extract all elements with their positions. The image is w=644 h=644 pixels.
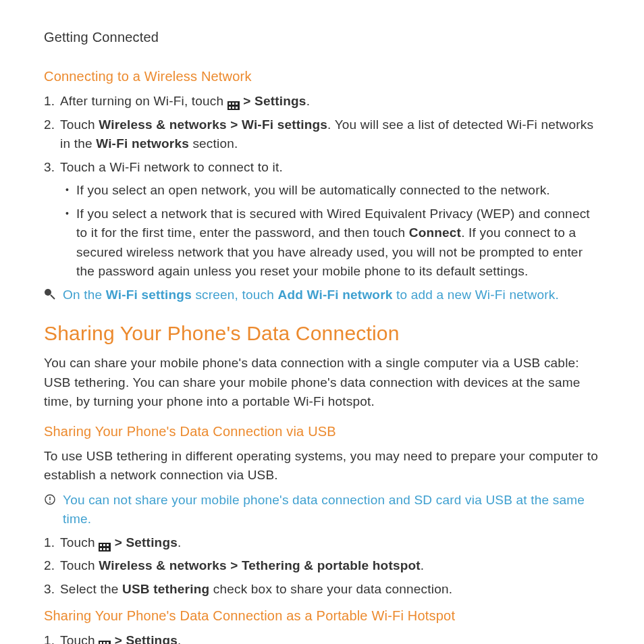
text: screen, touch — [192, 288, 278, 302]
list-item: Touch Wireless & networks > Wi-Fi settin… — [44, 115, 600, 154]
section-sharing-hotspot: Sharing Your Phone's Data Connection as … — [44, 606, 600, 626]
menu-icon — [99, 538, 111, 547]
text: . — [421, 558, 424, 572]
paragraph: To use USB tethering in different operat… — [44, 447, 600, 485]
text: Touch — [60, 117, 99, 132]
menu-icon — [99, 636, 111, 644]
text: to add a new Wi-Fi network. — [393, 288, 559, 302]
svg-rect-17 — [103, 548, 105, 550]
list-item: If you select an open network, you will … — [60, 181, 600, 200]
svg-rect-14 — [103, 544, 105, 546]
list-item: If you select a network that is secured … — [60, 205, 600, 281]
section-sharing-usb: Sharing Your Phone's Data Connection via… — [44, 421, 600, 441]
tip-icon — [44, 287, 56, 299]
text: Touch — [60, 633, 99, 644]
list-item: Touch Wireless & networks > Tethering & … — [44, 556, 600, 576]
text-bold: USB tethering — [122, 582, 209, 596]
text-bold: > Settings — [115, 633, 178, 644]
text-bold: Connect — [409, 225, 461, 240]
svg-rect-6 — [236, 107, 238, 109]
text: After turning on Wi-Fi, touch — [60, 94, 227, 108]
text-bold: > Settings — [115, 535, 178, 549]
hotspot-steps-list: Touch > Settings. — [44, 631, 600, 644]
text-bold: Wireless & networks > Wi-Fi settings — [99, 117, 327, 132]
menu-icon — [227, 97, 240, 105]
text-bold: Wi-Fi settings — [106, 288, 192, 302]
svg-rect-12 — [99, 543, 111, 552]
svg-rect-3 — [236, 103, 238, 105]
section-connecting-wireless: Connecting to a Wireless Network — [44, 66, 600, 86]
list-item: Touch > Settings. — [44, 631, 600, 644]
text: Touch a Wi-Fi network to connect to it. — [60, 160, 283, 174]
svg-point-11 — [49, 502, 51, 503]
svg-point-7 — [45, 289, 51, 296]
text-bold: Add Wi-Fi network — [278, 288, 393, 302]
text: Touch — [60, 535, 99, 549]
text-bold: > Settings — [243, 94, 306, 108]
text: If you select an open network, you will … — [76, 183, 550, 197]
page-header: Getting Connected — [44, 27, 600, 47]
text: On the — [63, 288, 106, 302]
tip-callout: On the Wi-Fi settings screen, touch Add … — [44, 286, 600, 305]
text: . — [178, 633, 181, 644]
svg-rect-2 — [232, 103, 234, 105]
svg-rect-18 — [107, 548, 109, 550]
svg-rect-5 — [232, 107, 234, 109]
text: . — [178, 535, 181, 549]
text: Select the — [60, 582, 122, 596]
text: section. — [189, 136, 238, 151]
svg-rect-15 — [107, 544, 109, 546]
text-bold: Wi-Fi networks — [96, 136, 189, 151]
svg-line-8 — [51, 295, 55, 299]
paragraph: You can share your mobile phone's data c… — [44, 354, 600, 412]
svg-rect-4 — [229, 107, 231, 109]
note-icon — [44, 492, 56, 504]
text-bold: Wireless & networks > Tethering & portab… — [99, 558, 421, 572]
list-item: Touch > Settings. — [44, 533, 600, 553]
svg-rect-16 — [100, 548, 102, 550]
svg-rect-13 — [100, 544, 102, 546]
list-item: After turning on Wi-Fi, touch > Settings… — [44, 92, 600, 111]
note-callout: You can not share your mobile phone's da… — [44, 491, 600, 529]
text: Touch — [60, 558, 99, 572]
list-item: Select the USB tethering check box to sh… — [44, 580, 600, 599]
text: You can not share your mobile phone's da… — [63, 493, 585, 527]
list-item: Touch a Wi-Fi network to connect to it. … — [44, 158, 600, 281]
svg-rect-1 — [229, 103, 231, 105]
usb-steps-list: Touch > Settings. Touch Wireless & netwo… — [44, 533, 600, 599]
connect-steps-list: After turning on Wi-Fi, touch > Settings… — [44, 92, 600, 281]
text: . — [306, 94, 310, 108]
sub-bullet-list: If you select an open network, you will … — [60, 181, 600, 281]
section-sharing-data: Sharing Your Phone's Data Connection — [44, 318, 600, 348]
text: check box to share your data connection. — [209, 582, 452, 596]
svg-rect-0 — [227, 101, 240, 110]
